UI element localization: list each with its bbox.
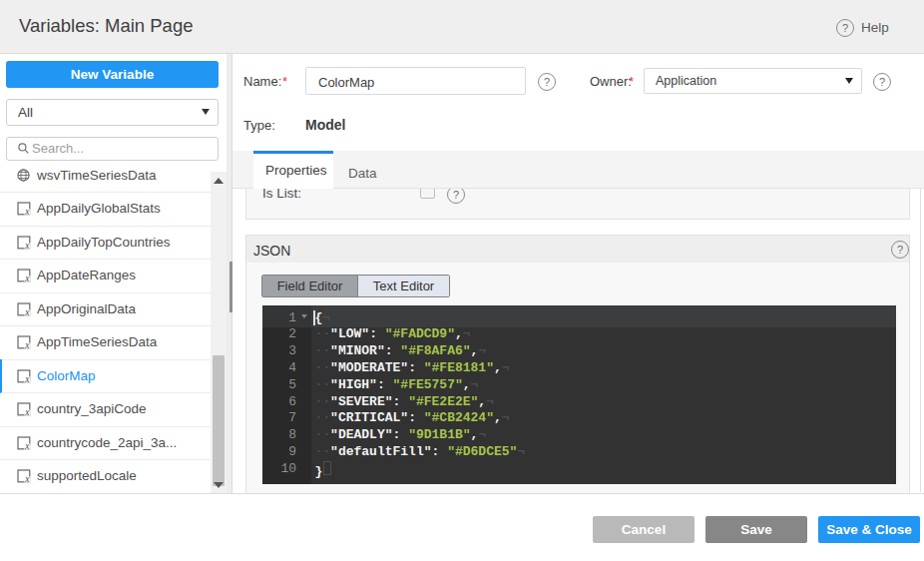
svg-text:x: x bbox=[24, 307, 30, 316]
svg-text:x: x bbox=[24, 207, 30, 216]
svg-text:x: x bbox=[24, 374, 30, 383]
svg-text:x: x bbox=[24, 441, 30, 450]
svg-text:x: x bbox=[24, 241, 30, 250]
svg-text:x: x bbox=[24, 274, 30, 282]
svg-text:x: x bbox=[24, 474, 30, 483]
svg-text:x: x bbox=[24, 407, 30, 416]
svg-text:x: x bbox=[24, 340, 30, 349]
